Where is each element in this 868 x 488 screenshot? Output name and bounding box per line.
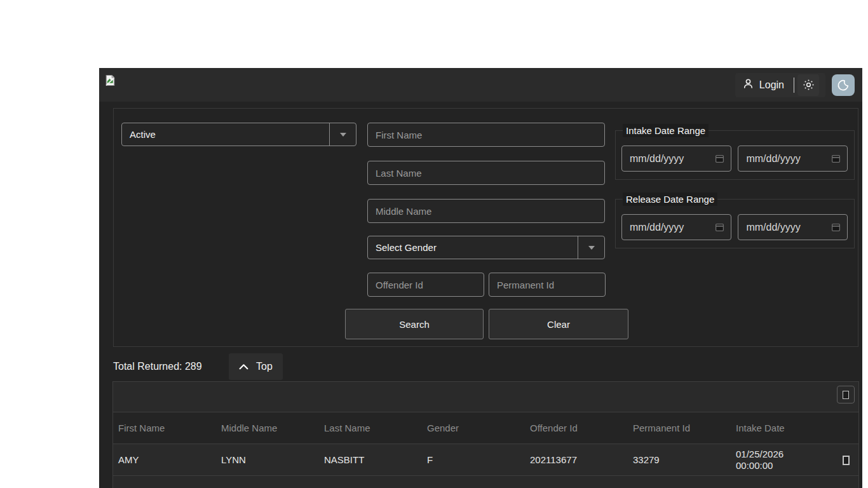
login-label: Login bbox=[759, 79, 784, 91]
dark-theme-button[interactable] bbox=[832, 74, 855, 96]
intake-date-range-label: Intake Date Range bbox=[623, 124, 709, 137]
cell-first-name: ALEXIS bbox=[113, 476, 216, 488]
search-button[interactable]: Search bbox=[345, 309, 484, 339]
col-gender[interactable]: Gender bbox=[422, 412, 525, 444]
calendar-icon[interactable] bbox=[831, 154, 841, 163]
cell-intake-date: 01/25/2026 00:00:00 bbox=[731, 444, 834, 476]
gender-select[interactable]: Select Gender bbox=[367, 236, 605, 259]
clear-button[interactable]: Clear bbox=[489, 309, 628, 339]
intake-date-to-input[interactable]: mm/dd/yyyy bbox=[738, 146, 848, 172]
calendar-icon[interactable] bbox=[831, 222, 841, 232]
missing-glyph-icon bbox=[843, 391, 849, 399]
last-name-input[interactable] bbox=[367, 161, 605, 185]
table-row[interactable]: ALEXIS CALANDRO F 202113676 136993 01/24… bbox=[113, 476, 858, 488]
calendar-icon[interactable] bbox=[715, 222, 724, 232]
status-select-caret-zone[interactable] bbox=[329, 123, 356, 146]
cell-first-name: AMY bbox=[113, 444, 216, 476]
cell-last-name: CALANDRO bbox=[319, 476, 422, 488]
light-theme-button[interactable] bbox=[797, 74, 819, 96]
cell-offender-id: 202113677 bbox=[525, 444, 628, 476]
row-action[interactable] bbox=[834, 476, 858, 488]
login-button[interactable]: Login bbox=[735, 73, 825, 97]
release-date-from-input[interactable]: mm/dd/yyyy bbox=[621, 214, 731, 240]
cell-permanent-id: 136993 bbox=[628, 476, 731, 488]
status-select[interactable]: Active bbox=[121, 123, 356, 146]
cell-last-name: NASBITT bbox=[319, 444, 422, 476]
col-permanent-id[interactable]: Permanent Id bbox=[628, 412, 731, 444]
table-header-row: First Name Middle Name Last Name Gender … bbox=[113, 412, 858, 444]
col-intake-date[interactable]: Intake Date bbox=[731, 412, 834, 444]
results-table: First Name Middle Name Last Name Gender … bbox=[113, 412, 858, 488]
broken-image-icon bbox=[104, 74, 117, 87]
gender-select-value: Select Gender bbox=[376, 242, 437, 253]
cell-permanent-id: 33279 bbox=[628, 444, 731, 476]
cell-middle-name: LYNN bbox=[216, 444, 319, 476]
moon-icon bbox=[837, 79, 850, 92]
table-toolbar bbox=[113, 382, 858, 412]
search-panel: Active Select Gender Search Clear Intake… bbox=[113, 108, 858, 347]
results-table-card: First Name Middle Name Last Name Gender … bbox=[112, 381, 859, 488]
cell-gender: F bbox=[422, 444, 525, 476]
cell-gender: F bbox=[422, 476, 525, 488]
middle-name-input[interactable] bbox=[367, 199, 605, 223]
missing-glyph-icon bbox=[843, 456, 850, 465]
results-bar: Total Returned: 289 Top bbox=[113, 354, 844, 379]
first-name-input[interactable] bbox=[367, 123, 605, 147]
calendar-icon[interactable] bbox=[715, 154, 724, 163]
intake-date-from-input[interactable]: mm/dd/yyyy bbox=[621, 146, 731, 172]
cell-intake-date: 01/24/2026 bbox=[731, 476, 834, 488]
header-divider bbox=[794, 78, 794, 93]
chevron-down-icon bbox=[340, 133, 346, 137]
total-returned-label: Total Returned: 289 bbox=[113, 354, 202, 379]
cell-offender-id: 202113676 bbox=[525, 476, 628, 488]
release-date-to-input[interactable]: mm/dd/yyyy bbox=[738, 214, 848, 240]
status-select-value: Active bbox=[130, 129, 156, 140]
intake-date-range-group: Intake Date Range mm/dd/yyyy mm/dd/yyyy bbox=[615, 124, 855, 180]
col-offender-id[interactable]: Offender Id bbox=[525, 412, 628, 444]
offender-id-input[interactable] bbox=[367, 273, 484, 297]
row-action[interactable] bbox=[834, 444, 858, 476]
release-date-range-label: Release Date Range bbox=[623, 193, 717, 206]
col-last-name[interactable]: Last Name bbox=[319, 412, 422, 444]
permanent-id-input[interactable] bbox=[489, 273, 606, 297]
table-options-button[interactable] bbox=[837, 386, 855, 403]
chevron-up-icon bbox=[239, 363, 248, 370]
sun-icon bbox=[803, 79, 815, 91]
scroll-top-label: Top bbox=[256, 361, 273, 372]
col-first-name[interactable]: First Name bbox=[113, 412, 216, 444]
person-icon bbox=[743, 78, 754, 92]
col-actions bbox=[834, 412, 858, 444]
app-window: Login bbox=[99, 68, 862, 488]
cell-middle-name bbox=[216, 476, 319, 488]
gender-select-caret-zone[interactable] bbox=[578, 236, 604, 259]
app-header: Login bbox=[99, 68, 862, 102]
chevron-down-icon bbox=[588, 246, 595, 250]
scroll-top-button[interactable]: Top bbox=[229, 353, 283, 380]
col-middle-name[interactable]: Middle Name bbox=[216, 412, 319, 444]
header-actions: Login bbox=[735, 73, 857, 97]
table-row[interactable]: AMY LYNN NASBITT F 202113677 33279 01/25… bbox=[113, 444, 858, 476]
release-date-range-group: Release Date Range mm/dd/yyyy mm/dd/yyyy bbox=[615, 193, 855, 248]
